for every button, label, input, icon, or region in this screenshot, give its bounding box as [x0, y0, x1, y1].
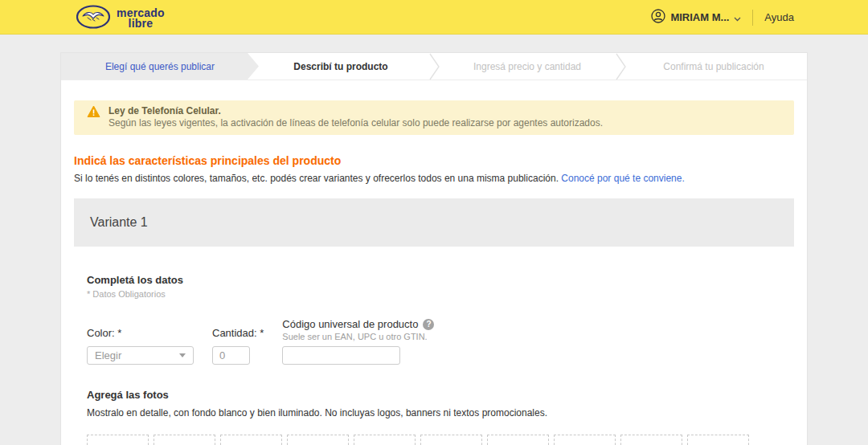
mercadolibre-logo[interactable]: mercado libre — [76, 5, 165, 32]
upc-input[interactable] — [282, 346, 400, 365]
photo-slot[interactable] — [154, 435, 215, 445]
variant-title: Variante 1 — [90, 215, 148, 230]
why-variants-link[interactable]: Conocé por qué te conviene. — [561, 173, 684, 184]
upc-label: Código universal de producto — [282, 318, 418, 330]
warning-body: Según las leyes vigentes, la activación … — [108, 117, 603, 129]
page-subtitle: Si lo tenés en distintos colores, tamaño… — [74, 173, 559, 184]
photo-slots: Foto principal — [87, 435, 781, 445]
required-note: * Datos Obligatorios — [87, 289, 781, 299]
warning-banner: Ley de Telefonía Celular. Según las leye… — [74, 100, 794, 135]
logo-wordmark: mercado libre — [117, 8, 165, 29]
help-link[interactable]: Ayuda — [764, 11, 794, 23]
upc-hint: Suele ser un EAN, UPC u otro GTIN. — [282, 332, 434, 341]
chevron-down-icon — [734, 10, 741, 25]
photo-slot[interactable] — [287, 435, 349, 445]
color-field: Color: * Elegir — [87, 327, 194, 365]
color-select-value: Elegir — [95, 349, 121, 361]
step-2[interactable]: Describí tu producto — [248, 53, 434, 80]
publish-flow-card: Elegí qué querés publicarDescribí tu pro… — [60, 52, 808, 445]
page-title: Indicá las características principales d… — [74, 154, 794, 167]
quantity-label: Cantidad: * — [212, 327, 264, 339]
form-section-title: Completá los datos — [87, 274, 781, 286]
top-header: mercado libre MIRIAM M... Ayuda — [0, 0, 868, 35]
upc-help-icon[interactable]: ? — [423, 319, 434, 330]
header-divider — [752, 10, 753, 26]
photo-slot-main[interactable]: Foto principal — [87, 435, 149, 445]
warning-icon — [87, 105, 100, 121]
photo-slot[interactable] — [687, 435, 749, 445]
user-menu[interactable]: MIRIAM M... — [651, 9, 741, 27]
user-avatar-icon — [651, 9, 665, 27]
quantity-field: Cantidad: * — [212, 327, 264, 365]
steps-breadcrumb: Elegí qué querés publicarDescribí tu pro… — [61, 53, 807, 80]
variant-panel-header[interactable]: Variante 1 — [74, 198, 794, 247]
photo-slot[interactable] — [554, 435, 616, 445]
photo-slot[interactable] — [220, 435, 282, 445]
photo-slot[interactable] — [420, 435, 482, 445]
warning-title: Ley de Telefonía Celular. — [108, 105, 603, 117]
handshake-logo-icon — [76, 5, 110, 32]
color-select[interactable]: Elegir — [87, 346, 194, 365]
photo-slot[interactable] — [487, 435, 549, 445]
quantity-input[interactable] — [212, 346, 250, 365]
upc-field: Código universal de producto ? Suele ser… — [282, 318, 434, 365]
color-label: Color: * — [87, 327, 194, 339]
select-caret-icon — [179, 353, 186, 357]
photo-slot[interactable] — [354, 435, 416, 445]
photos-section-title: Agregá las fotos — [87, 389, 781, 401]
photos-subtitle: Mostralo en detalle, con fondo blanco y … — [87, 407, 781, 418]
photo-slot[interactable] — [620, 435, 682, 445]
step-4: Confirmá tu publicación — [620, 53, 807, 80]
user-name: MIRIAM M... — [670, 11, 729, 23]
step-3: Ingresá precio y cantidad — [434, 53, 620, 80]
step-1[interactable]: Elegí qué querés publicar — [61, 53, 259, 80]
